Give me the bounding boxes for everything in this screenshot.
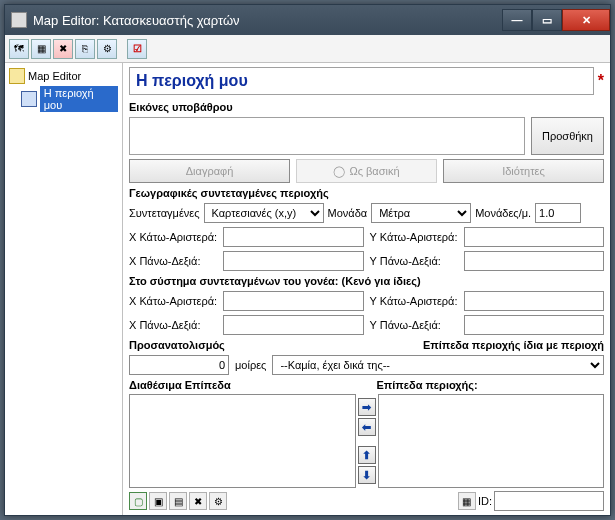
unit-label: Μονάδα — [328, 207, 368, 219]
y-tr-label: Y Πάνω-Δεξιά: — [370, 255, 458, 267]
toolbar-btn-check[interactable]: ☑ — [127, 39, 147, 59]
close-button[interactable]: ✕ — [562, 9, 610, 31]
delete-bg-button[interactable]: Διαγραφή — [129, 159, 290, 183]
p-x-tr-label: X Πάνω-Δεξιά: — [129, 319, 217, 331]
required-marker: * — [598, 72, 604, 90]
p-y-tr-label: Y Πάνω-Δεξιά: — [370, 319, 458, 331]
levels-same-select[interactable]: --Καμία, έχει δικά της-- — [272, 355, 604, 375]
id-label: ID: — [478, 495, 492, 507]
map-icon — [9, 68, 25, 84]
bg-properties-button[interactable]: Ιδιότητες — [443, 159, 604, 183]
parent-coords-label: Στο σύστημα συντεταγμένων του γονέα: (Κε… — [129, 275, 604, 287]
y-bl-input[interactable] — [464, 227, 604, 247]
geo-section-label: Γεωγραφικές συντεταγμένες περιοχής — [129, 187, 604, 199]
map-editor-window: Map Editor: Κατασκευαστής χαρτών — ▭ ✕ 🗺… — [4, 4, 611, 516]
id-icon: ▦ — [458, 492, 476, 510]
id-input[interactable] — [494, 491, 604, 511]
per-unit-label: Μονάδες/μ. — [475, 207, 531, 219]
region-icon — [21, 91, 37, 107]
x-bl-input[interactable] — [223, 227, 363, 247]
titlebar[interactable]: Map Editor: Κατασκευαστής χαρτών — ▭ ✕ — [5, 5, 610, 35]
tree-root-label: Map Editor — [28, 70, 81, 82]
minimize-button[interactable]: — — [502, 9, 532, 31]
tree-item-selected[interactable]: Η περιοχή μου — [7, 85, 120, 113]
move-left-button[interactable]: ⬅ — [358, 418, 376, 436]
toolbar-btn-1[interactable]: 🗺 — [9, 39, 29, 59]
degrees-label: μοίρες — [235, 359, 266, 371]
x-bl-label: X Κάτω-Αριστερά: — [129, 231, 217, 243]
p-y-bl-label: Y Κάτω-Αριστερά: — [370, 295, 458, 307]
as-base-label: Ως βασική — [349, 165, 399, 177]
toolbar: 🗺 ▦ ✖ ⎘ ⚙ ☑ — [5, 35, 610, 63]
tree-panel: Map Editor Η περιοχή μου — [5, 63, 123, 515]
levels-same-label: Επίπεδα περιοχής ίδια με περιοχή — [367, 339, 605, 351]
p-y-tr-input[interactable] — [464, 315, 604, 335]
tree-selected-label: Η περιοχή μου — [40, 86, 118, 112]
layer-btn-2[interactable]: ▣ — [149, 492, 167, 510]
window-title: Map Editor: Κατασκευαστής χαρτών — [33, 13, 502, 28]
as-base-option[interactable]: ◯ Ως βασική — [296, 159, 437, 183]
radio-icon: ◯ — [333, 165, 345, 178]
y-bl-label: Y Κάτω-Αριστερά: — [370, 231, 458, 243]
y-tr-input[interactable] — [464, 251, 604, 271]
toolbar-btn-5[interactable]: ⚙ — [97, 39, 117, 59]
layer-btn-3[interactable]: ▤ — [169, 492, 187, 510]
orientation-label: Προσανατολισμός — [129, 339, 367, 351]
available-layers-list[interactable] — [129, 394, 356, 488]
region-layers-label: Επίπεδα περιοχής: — [357, 379, 605, 391]
p-x-tr-input[interactable] — [223, 315, 363, 335]
layer-btn-4[interactable]: ✖ — [189, 492, 207, 510]
bg-images-label: Εικόνες υποβάθρου — [129, 101, 604, 113]
orientation-input[interactable] — [129, 355, 229, 375]
p-y-bl-input[interactable] — [464, 291, 604, 311]
unit-select[interactable]: Μέτρα — [371, 203, 471, 223]
toolbar-btn-4[interactable]: ⎘ — [75, 39, 95, 59]
p-x-bl-input[interactable] — [223, 291, 363, 311]
app-icon — [11, 12, 27, 28]
move-right-button[interactable]: ➡ — [358, 398, 376, 416]
toolbar-btn-3[interactable]: ✖ — [53, 39, 73, 59]
p-x-bl-label: X Κάτω-Αριστερά: — [129, 295, 217, 307]
new-layer-button[interactable]: ▢ — [129, 492, 147, 510]
layer-btn-5[interactable]: ⚙ — [209, 492, 227, 510]
main-panel: * Εικόνες υποβάθρου Προσθήκη Διαγραφή ◯ … — [123, 63, 610, 515]
add-bg-button[interactable]: Προσθήκη — [531, 117, 604, 155]
region-layers-list[interactable] — [378, 394, 605, 488]
bg-images-list[interactable] — [129, 117, 525, 155]
maximize-button[interactable]: ▭ — [532, 9, 562, 31]
move-up-button[interactable]: ⬆ — [358, 446, 376, 464]
available-layers-label: Διαθέσιμα Επίπεδα — [129, 379, 357, 391]
coord-system-select[interactable]: Καρτεσιανές (x,y) — [204, 203, 324, 223]
tree-root[interactable]: Map Editor — [7, 67, 120, 85]
coord-label: Συντεταγμένες — [129, 207, 200, 219]
x-tr-input[interactable] — [223, 251, 363, 271]
region-title-input[interactable] — [129, 67, 594, 95]
per-unit-input[interactable] — [535, 203, 581, 223]
toolbar-btn-2[interactable]: ▦ — [31, 39, 51, 59]
x-tr-label: X Πάνω-Δεξιά: — [129, 255, 217, 267]
move-down-button[interactable]: ⬇ — [358, 466, 376, 484]
